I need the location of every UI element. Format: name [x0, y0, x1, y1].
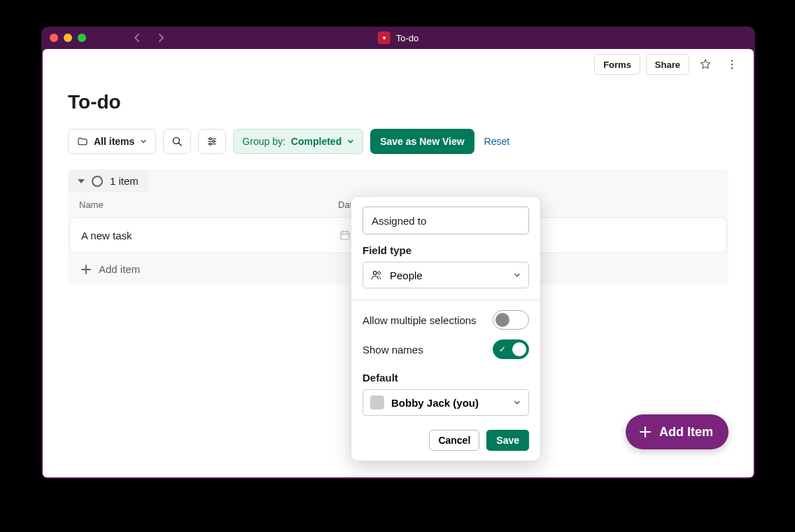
window-title: To-do — [396, 33, 419, 43]
view-selector-label: All items — [94, 136, 134, 147]
chevron-down-icon — [513, 271, 521, 279]
share-button[interactable]: Share — [646, 54, 689, 75]
close-window-button[interactable] — [50, 34, 58, 42]
group-by-value: Completed — [291, 136, 342, 147]
svg-line-4 — [179, 143, 182, 146]
svg-point-6 — [210, 138, 212, 140]
svg-point-8 — [213, 141, 215, 143]
group-by-pill[interactable]: Group by: Completed — [233, 129, 363, 154]
search-button[interactable] — [163, 129, 191, 154]
field-type-value: People — [390, 270, 423, 281]
plus-icon — [638, 425, 652, 439]
filter-button[interactable] — [198, 129, 226, 154]
show-names-label: Show names — [363, 344, 423, 356]
calendar-icon[interactable] — [339, 229, 351, 241]
group-header[interactable]: 1 item — [68, 169, 148, 192]
caret-down-icon — [78, 179, 85, 183]
forms-button[interactable]: Forms — [594, 54, 640, 75]
group-count: 1 item — [110, 175, 139, 187]
chevron-down-icon — [347, 138, 354, 145]
save-button[interactable]: Save — [486, 430, 529, 451]
default-value: Bobby Jack (you) — [391, 397, 479, 409]
show-names-toggle[interactable]: ✓ — [493, 340, 529, 359]
svg-point-2 — [731, 67, 733, 69]
svg-rect-11 — [341, 232, 349, 239]
add-item-fab[interactable]: Add Item — [626, 414, 729, 449]
fab-label: Add Item — [659, 425, 713, 440]
task-name: A new task — [81, 230, 339, 241]
maximize-window-button[interactable] — [78, 34, 86, 42]
svg-point-18 — [378, 272, 381, 274]
default-select[interactable]: Bobby Jack (you) — [363, 389, 529, 416]
allow-multiple-toggle[interactable] — [493, 310, 529, 330]
default-label: Default — [363, 372, 529, 384]
svg-point-0 — [731, 59, 733, 62]
traffic-lights — [50, 34, 86, 42]
app-icon: ▾ — [378, 31, 391, 44]
svg-point-10 — [210, 143, 212, 145]
group-by-label: Group by: — [242, 136, 285, 147]
svg-point-17 — [373, 272, 377, 275]
nav-arrows — [131, 31, 167, 44]
uncompleted-icon — [92, 176, 103, 187]
filter-icon — [206, 135, 218, 148]
add-item-label: Add item — [99, 263, 140, 275]
svg-point-1 — [731, 64, 733, 66]
avatar — [370, 396, 384, 410]
allow-multiple-label: Allow multiple selections — [363, 314, 477, 326]
field-type-select[interactable]: People — [363, 262, 529, 288]
column-name[interactable]: Name — [79, 200, 338, 210]
back-button[interactable] — [131, 31, 143, 44]
field-config-popover: Field type People Allow multiple selecti… — [351, 196, 541, 461]
content-area: Forms Share To-do All items — [43, 49, 754, 477]
forward-button[interactable] — [155, 31, 167, 44]
more-icon[interactable] — [722, 54, 743, 75]
view-selector[interactable]: All items — [68, 129, 156, 154]
window-title-area: ▾ To-do — [378, 31, 419, 44]
chevron-down-icon — [140, 138, 147, 145]
chevron-down-icon — [513, 398, 521, 407]
search-icon — [171, 135, 183, 148]
check-icon: ✓ — [499, 344, 506, 354]
app-window: ▾ To-do Forms Share To-do — [41, 27, 755, 479]
plus-icon — [80, 264, 92, 275]
titlebar: ▾ To-do — [41, 27, 755, 49]
minimize-window-button[interactable] — [64, 34, 72, 42]
people-icon — [370, 269, 383, 281]
star-icon[interactable] — [695, 54, 716, 75]
page-title: To-do — [68, 91, 729, 113]
field-name-input[interactable] — [363, 206, 529, 234]
cancel-button[interactable]: Cancel — [429, 430, 479, 451]
reset-link[interactable]: Reset — [484, 136, 510, 147]
topbar: Forms Share — [43, 49, 754, 80]
save-view-button[interactable]: Save as New View — [370, 129, 474, 154]
folder-icon — [77, 136, 88, 147]
toolbar: All items Group by: — [68, 129, 729, 154]
field-type-label: Field type — [363, 244, 529, 256]
